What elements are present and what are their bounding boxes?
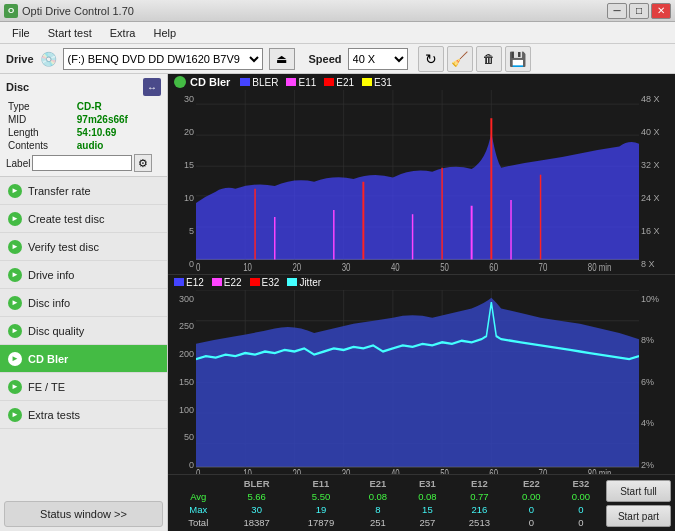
row-total-label: Total <box>172 516 224 529</box>
speed-label: Speed <box>309 53 342 65</box>
col-e11: E11 <box>289 477 353 490</box>
data-table: BLER E11 E21 E31 E12 E22 E32 Jitter Avg … <box>172 477 671 529</box>
avg-e12: 0.77 <box>452 490 506 503</box>
chart2-area: 300250200150100500 <box>168 290 675 475</box>
speed-select[interactable]: 40 X <box>348 48 408 70</box>
contents-label: Contents <box>6 139 75 152</box>
table-row-max: Max 30 19 8 15 216 0 0 10.0% <box>172 503 671 516</box>
total-e31: 257 <box>403 516 453 529</box>
drive-info-label: Drive info <box>28 269 74 281</box>
avg-e11: 5.50 <box>289 490 353 503</box>
drive-disc-icon: 💿 <box>40 51 57 67</box>
disc-refresh-button[interactable]: ↔ <box>143 78 161 96</box>
menu-start-test[interactable]: Start test <box>40 25 100 41</box>
label-input[interactable] <box>32 155 132 171</box>
cd-bler-label: CD Bler <box>28 353 68 365</box>
total-e11: 17879 <box>289 516 353 529</box>
sidebar-item-disc-quality[interactable]: ► Disc quality <box>0 317 167 345</box>
chart1-y-left: 3020151050 <box>168 90 196 274</box>
col-empty <box>172 477 224 490</box>
length-value: 54:10.69 <box>75 126 161 139</box>
transfer-rate-label: Transfer rate <box>28 185 91 197</box>
drive-select[interactable]: (F:) BENQ DVD DD DW1620 B7V9 <box>63 48 263 70</box>
svg-text:30: 30 <box>342 260 351 273</box>
avg-e21: 0.08 <box>353 490 403 503</box>
svg-text:60: 60 <box>489 466 498 474</box>
minimize-button[interactable]: ─ <box>607 3 627 19</box>
sidebar-item-fe-te[interactable]: ► FE / TE <box>0 373 167 401</box>
e12-color <box>174 278 184 286</box>
svg-text:30: 30 <box>342 466 351 474</box>
save-button[interactable]: 💾 <box>505 46 531 72</box>
menu-help[interactable]: Help <box>145 25 184 41</box>
sidebar-item-create-test-disc[interactable]: ► Create test disc <box>0 205 167 233</box>
disc-info-icon: ► <box>8 296 22 310</box>
clear-button[interactable]: 🧹 <box>447 46 473 72</box>
extra-tests-label: Extra tests <box>28 409 80 421</box>
mid-label: MID <box>6 113 75 126</box>
svg-text:40: 40 <box>391 260 400 273</box>
svg-text:10: 10 <box>243 466 252 474</box>
svg-text:60: 60 <box>489 260 498 273</box>
e11-color <box>286 78 296 86</box>
start-part-button[interactable]: Start part <box>606 505 671 527</box>
label-label: Label <box>6 158 30 169</box>
svg-text:70: 70 <box>539 466 548 474</box>
sidebar-item-transfer-rate[interactable]: ► Transfer rate <box>0 177 167 205</box>
chart2-plot: 0 10 20 30 40 50 60 70 80 min <box>196 290 639 475</box>
window-title: Opti Drive Control 1.70 <box>22 5 134 17</box>
transfer-rate-icon: ► <box>8 184 22 198</box>
trash-button[interactable]: 🗑 <box>476 46 502 72</box>
label-gear-button[interactable]: ⚙ <box>134 154 152 172</box>
close-button[interactable]: ✕ <box>651 3 671 19</box>
sidebar: Disc ↔ Type CD-R MID 97m26s66f Length 54… <box>0 74 168 531</box>
avg-bler: 5.66 <box>224 490 288 503</box>
type-label: Type <box>6 100 75 113</box>
menu-extra[interactable]: Extra <box>102 25 144 41</box>
e31-color <box>362 78 372 86</box>
refresh-drive-button[interactable]: ↻ <box>418 46 444 72</box>
table-row-total: Total 18387 17879 251 257 2513 0 0 <box>172 516 671 529</box>
total-e21: 251 <box>353 516 403 529</box>
action-buttons: Start full Start part <box>606 480 671 527</box>
svg-text:20: 20 <box>292 260 301 273</box>
legend2-jitter: Jitter <box>287 277 321 288</box>
menu-file[interactable]: File <box>4 25 38 41</box>
svg-text:50: 50 <box>440 260 449 273</box>
legend-e21: E21 <box>324 77 354 88</box>
max-e22: 0 <box>507 503 557 516</box>
max-e12: 216 <box>452 503 506 516</box>
chart2-container: E12 E22 E32 Jitter <box>168 275 675 475</box>
sidebar-item-extra-tests[interactable]: ► Extra tests <box>0 401 167 429</box>
row-max-label: Max <box>172 503 224 516</box>
maximize-button[interactable]: □ <box>629 3 649 19</box>
app-icon: O <box>4 4 18 18</box>
type-value: CD-R <box>75 100 161 113</box>
jitter-color <box>287 278 297 286</box>
sidebar-item-verify-test-disc[interactable]: ► Verify test disc <box>0 233 167 261</box>
sidebar-item-disc-info[interactable]: ► Disc info <box>0 289 167 317</box>
create-test-disc-icon: ► <box>8 212 22 226</box>
extra-tests-icon: ► <box>8 408 22 422</box>
status-window-button[interactable]: Status window >> <box>4 501 163 527</box>
sidebar-item-drive-info[interactable]: ► Drive info <box>0 261 167 289</box>
row-avg-label: Avg <box>172 490 224 503</box>
avg-e31: 0.08 <box>403 490 453 503</box>
menubar: File Start test Extra Help <box>0 22 675 44</box>
disc-info-nav-label: Disc info <box>28 297 70 309</box>
legend-e11: E11 <box>286 77 316 88</box>
e21-color <box>324 78 334 86</box>
total-e32: 0 <box>556 516 606 529</box>
avg-e22: 0.00 <box>507 490 557 503</box>
svg-text:40: 40 <box>391 466 400 474</box>
e22-color <box>212 278 222 286</box>
drive-info-icon: ► <box>8 268 22 282</box>
verify-test-disc-icon: ► <box>8 240 22 254</box>
sidebar-item-cd-bler[interactable]: ► CD Bler <box>0 345 167 373</box>
contents-value: audio <box>75 139 161 152</box>
legend2-e12: E12 <box>174 277 204 288</box>
data-table-area: BLER E11 E21 E31 E12 E22 E32 Jitter Avg … <box>168 474 675 531</box>
start-full-button[interactable]: Start full <box>606 480 671 502</box>
total-bler: 18387 <box>224 516 288 529</box>
eject-button[interactable]: ⏏ <box>269 48 295 70</box>
